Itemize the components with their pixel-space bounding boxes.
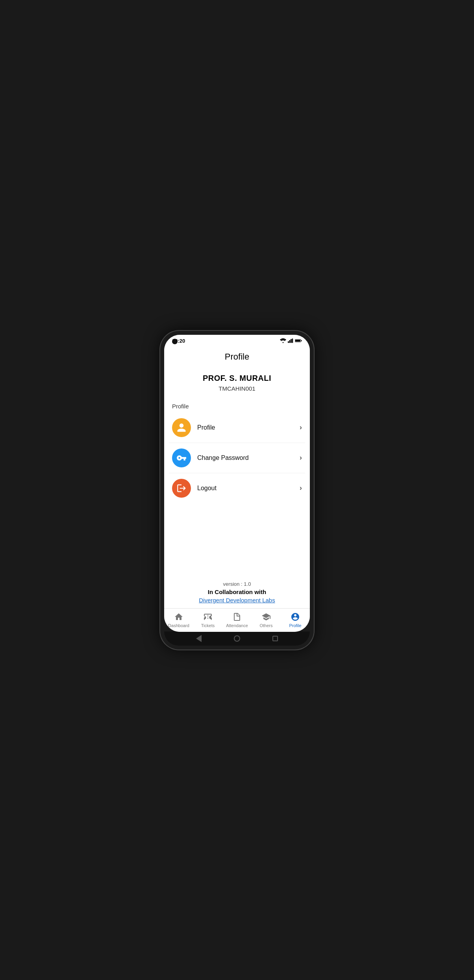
ticket-icon	[203, 612, 213, 622]
phone-frame: 10:20	[160, 331, 314, 650]
menu-item-profile[interactable]: Profile ›	[169, 413, 305, 443]
user-info: PROF. S. MURALI TMCAHIN001	[164, 370, 310, 401]
collab-text: In Collaboration with	[172, 589, 302, 595]
phone-bottom-bar	[164, 631, 310, 646]
profile-label: Profile	[197, 424, 300, 431]
change-password-chevron: ›	[300, 454, 302, 462]
logout-label: Logout	[197, 485, 300, 492]
user-name: PROF. S. MURALI	[172, 374, 302, 383]
svg-rect-1	[288, 341, 289, 343]
nav-item-tickets[interactable]: Tickets	[193, 612, 222, 628]
svg-rect-3	[291, 339, 292, 343]
logout-icon-circle	[172, 479, 191, 498]
logout-icon	[176, 483, 187, 493]
key-icon	[176, 453, 187, 463]
profile-icon-circle	[172, 418, 191, 437]
attendance-icon	[232, 612, 242, 622]
battery-icon	[295, 339, 302, 343]
profile-chevron: ›	[300, 423, 302, 432]
password-icon-circle	[172, 448, 191, 467]
section-label: Profile	[164, 401, 310, 413]
nav-item-attendance[interactable]: Attendance	[222, 612, 252, 628]
profile-nav-icon	[290, 612, 300, 622]
status-bar: 10:20	[164, 335, 310, 345]
dashboard-nav-label: Dashboard	[168, 623, 189, 628]
app-content: Profile PROF. S. MURALI TMCAHIN001 Profi…	[164, 345, 310, 632]
menu-item-logout[interactable]: Logout ›	[169, 473, 305, 503]
user-icon	[176, 423, 187, 433]
camera-dot	[172, 339, 178, 344]
logout-chevron: ›	[300, 484, 302, 492]
profile-nav-label: Profile	[289, 623, 301, 628]
signal-icon	[288, 338, 293, 343]
page-title: Profile	[164, 345, 310, 370]
svg-point-0	[283, 342, 284, 343]
wifi-icon	[280, 338, 286, 343]
recents-button[interactable]	[272, 636, 278, 641]
nav-item-dashboard[interactable]: Dashboard	[164, 612, 193, 628]
home-button[interactable]	[234, 635, 240, 642]
bottom-nav: Dashboard Tickets	[164, 608, 310, 632]
svg-rect-2	[289, 340, 291, 343]
version-section: version : 1.0 In Collaboration with Dive…	[164, 575, 310, 608]
back-button[interactable]	[196, 635, 202, 642]
svg-rect-7	[301, 340, 302, 341]
svg-rect-4	[292, 338, 293, 343]
others-nav-label: Others	[259, 623, 272, 628]
tickets-nav-label: Tickets	[201, 623, 215, 628]
nav-item-profile[interactable]: Profile	[281, 612, 310, 628]
collab-link[interactable]: Divergent Development Labs	[172, 597, 302, 604]
menu-list: Profile › Change Password ›	[164, 413, 310, 503]
status-icons	[280, 338, 302, 343]
phone-screen: 10:20	[164, 335, 310, 632]
menu-item-change-password[interactable]: Change Password ›	[169, 443, 305, 473]
attendance-nav-label: Attendance	[226, 623, 248, 628]
home-icon	[174, 612, 184, 622]
version-text: version : 1.0	[172, 581, 302, 587]
nav-item-others[interactable]: Others	[252, 612, 281, 628]
change-password-label: Change Password	[197, 454, 300, 461]
svg-rect-6	[295, 340, 300, 342]
user-id: TMCAHIN001	[172, 385, 302, 392]
others-icon	[261, 612, 271, 622]
